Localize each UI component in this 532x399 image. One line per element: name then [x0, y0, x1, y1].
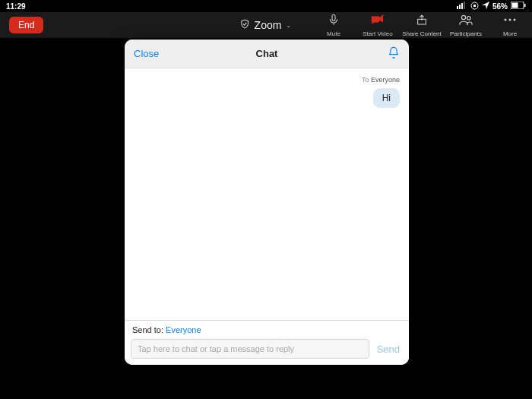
svg-rect-3: [464, 2, 465, 9]
sendto-label: Send to:: [132, 325, 163, 334]
end-button[interactable]: End: [9, 17, 43, 33]
meeting-toolbar: End Zoom ⌄ Mute Start Video Share Conten…: [0, 12, 532, 38]
more-icon: [503, 14, 517, 29]
battery-icon: [511, 2, 526, 11]
svg-point-16: [509, 18, 511, 21]
svg-point-15: [505, 18, 507, 21]
signal-icon: [457, 2, 467, 11]
message-recipient-line: To Everyone: [134, 76, 400, 84]
close-button[interactable]: Close: [134, 48, 159, 59]
chat-panel: Close Chat To Everyone Hi Send to: Every…: [125, 40, 409, 365]
location-icon: [482, 2, 489, 11]
status-time: 11:29: [6, 2, 26, 11]
chat-messages-area: To Everyone Hi: [125, 68, 409, 320]
svg-rect-0: [457, 6, 458, 9]
participants-button[interactable]: Participants: [444, 12, 488, 38]
video-off-icon: [371, 14, 385, 29]
participants-label: Participants: [450, 30, 482, 37]
svg-rect-7: [512, 3, 518, 8]
sendto-recipient: Everyone: [166, 325, 201, 334]
svg-rect-8: [524, 4, 526, 7]
svg-rect-9: [332, 14, 335, 21]
chat-input-row: Send: [125, 336, 409, 365]
to-recipient: Everyone: [371, 76, 400, 84]
svg-rect-1: [459, 5, 461, 9]
chat-input[interactable]: [131, 339, 369, 359]
chat-footer: Send to: Everyone Send: [125, 320, 409, 365]
svg-point-17: [514, 18, 516, 21]
orientation-lock-icon: [470, 2, 479, 11]
send-button[interactable]: Send: [374, 344, 403, 355]
svg-rect-5: [473, 5, 476, 7]
svg-point-14: [467, 16, 471, 20]
meeting-title-dropdown[interactable]: Zoom ⌄: [240, 19, 293, 31]
share-content-button[interactable]: Share Content: [400, 12, 444, 38]
start-video-label: Start Video: [363, 30, 392, 37]
toolbar-controls: Mute Start Video Share Content Participa…: [312, 12, 532, 38]
svg-point-13: [461, 15, 465, 19]
start-video-button[interactable]: Start Video: [356, 12, 400, 38]
participants-icon: [459, 14, 473, 29]
encryption-shield-icon: [240, 19, 250, 31]
chat-message-bubble[interactable]: Hi: [373, 88, 400, 108]
share-label: Share Content: [402, 30, 442, 37]
mute-label: Mute: [327, 30, 340, 37]
notifications-button[interactable]: [388, 46, 400, 62]
chevron-down-icon: ⌄: [286, 21, 292, 29]
chat-title: Chat: [256, 48, 278, 59]
meeting-title-text: Zoom: [255, 19, 282, 31]
status-right: 56%: [457, 2, 526, 11]
send-to-selector[interactable]: Send to: Everyone: [125, 321, 409, 336]
svg-rect-2: [461, 3, 463, 9]
battery-percent: 56%: [492, 2, 508, 11]
microphone-icon: [327, 14, 340, 29]
chat-header: Close Chat: [125, 40, 409, 68]
more-button[interactable]: More: [488, 12, 532, 38]
to-prefix: To: [362, 76, 369, 84]
more-label: More: [503, 30, 517, 37]
status-bar: 11:29 56%: [0, 0, 532, 12]
mute-button[interactable]: Mute: [312, 12, 356, 38]
share-icon: [415, 14, 429, 29]
